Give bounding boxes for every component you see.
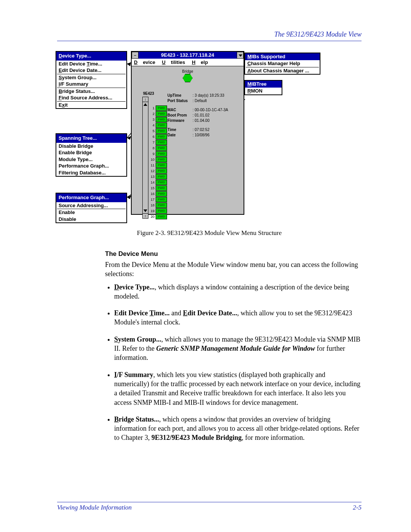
port-row[interactable]: 15FWD	[150, 185, 167, 191]
bridge-hex-icon[interactable]	[183, 74, 193, 82]
mibs-supported-header[interactable]: MIBs Supported	[245, 53, 320, 60]
port-number: 20	[150, 215, 155, 219]
port-row[interactable]: 3FWD	[150, 117, 167, 122]
page-header: The 9E312/9E423 Module View	[57, 30, 362, 41]
date-label: Date	[167, 133, 191, 138]
port-fwd-indicator[interactable]: FWD	[156, 123, 167, 128]
device-type-menu[interactable]: Device Type... Edit Device Time... Edit …	[56, 51, 127, 117]
edit-device-time-item[interactable]: Edit Device Time...	[56, 61, 126, 67]
firmware-label: Firmware	[167, 118, 191, 123]
menubar-utilities[interactable]: Utilities	[162, 59, 185, 65]
port-row[interactable]: 13FWD	[150, 174, 167, 179]
port-row[interactable]: 18FWD	[150, 202, 167, 208]
port-fwd-indicator[interactable]: FWD	[156, 214, 167, 219]
port-row[interactable]: 16FWD	[150, 191, 167, 197]
bullet-edit-time-date: Edit Device Time... and Edit Device Date…	[114, 308, 362, 327]
port-fwd-indicator[interactable]: FWD	[156, 157, 167, 162]
time-label: Time	[167, 127, 191, 133]
disable-bridge-item[interactable]: Disable Bridge	[56, 143, 126, 150]
port-row[interactable]: 1FWD	[150, 105, 167, 111]
bridge-status-item[interactable]: Bridge Status...	[56, 88, 126, 95]
port-scrollbar[interactable]: ↕ ↕	[142, 97, 148, 219]
performance-graph-menu[interactable]: Performance Graph... Source Addressing..…	[56, 193, 127, 231]
filtering-database-item[interactable]: Filtering Database...	[56, 169, 126, 176]
source-addressing-item[interactable]: Source Addressing...	[56, 202, 126, 209]
port-fwd-indicator[interactable]: FWD	[156, 145, 167, 151]
port-number: 6	[150, 135, 155, 139]
port-number: 12	[150, 169, 155, 173]
port-fwd-indicator[interactable]: FWD	[156, 185, 167, 191]
port-fwd-indicator[interactable]: FWD	[156, 134, 167, 139]
port-row[interactable]: 11FWD	[150, 162, 167, 168]
port-row[interactable]: 12FWD	[150, 168, 167, 174]
port-row[interactable]: 6FWD	[150, 134, 167, 139]
spanning-tree-menu[interactable]: Spanning Tree... Disable Bridge Enable B…	[56, 133, 127, 184]
port-fwd-indicator[interactable]: FWD	[156, 117, 167, 122]
module-window-title: 9E423 - 132.177.118.24	[161, 52, 214, 58]
port-fwd-indicator[interactable]: FWD	[156, 208, 167, 214]
mibtree-header[interactable]: MIBTree	[245, 81, 282, 88]
port-number: 4	[150, 123, 155, 127]
port-fwd-indicator[interactable]: FWD	[156, 180, 167, 185]
if-summary-item[interactable]: I/F Summary	[56, 81, 126, 88]
enable-bridge-item[interactable]: Enable Bridge	[56, 149, 126, 156]
port-row[interactable]: 19FWD	[150, 208, 167, 214]
port-fwd-indicator[interactable]: FWD	[156, 163, 167, 168]
scroll-down-icon[interactable]: ↕	[143, 213, 148, 218]
menubar-help[interactable]: Help	[192, 59, 208, 65]
port-row[interactable]: 2FWD	[150, 111, 167, 117]
port-fwd-indicator[interactable]: FWD	[156, 168, 167, 174]
port-fwd-indicator[interactable]: FWD	[156, 128, 167, 134]
port-fwd-indicator[interactable]: FWD	[156, 197, 167, 202]
bridge-label: Bridge	[182, 69, 193, 73]
port-row[interactable]: 5FWD	[150, 128, 167, 134]
port-number: 18	[150, 203, 155, 207]
port-number: 8	[150, 146, 155, 150]
module-window-menubar[interactable]: Device Utilities Help	[132, 59, 244, 66]
port-fwd-indicator[interactable]: FWD	[156, 111, 167, 117]
device-type-header[interactable]: Device Type...	[56, 52, 126, 61]
performance-graph-item[interactable]: Performance Graph...	[56, 163, 126, 169]
scroll-tri-down-icon[interactable]	[143, 208, 148, 213]
help-submenu[interactable]: MIBs Supported Chassis Manager Help Abou…	[244, 53, 320, 75]
edit-device-date-item[interactable]: Edit Device Date...	[56, 67, 126, 74]
find-source-address-item[interactable]: Find Source Address...	[56, 94, 126, 101]
system-group-item[interactable]: System Group...	[56, 74, 126, 81]
exit-item[interactable]: Exit	[56, 102, 126, 109]
minimize-icon[interactable]	[237, 52, 244, 59]
bullet-device-type: Device Type..., which displays a window …	[114, 283, 362, 301]
port-row[interactable]: 7FWD	[150, 139, 167, 145]
port-list: 1FWD2FWD3FWD4FWD5FWD6FWD7FWD8FWD9FWD10FW…	[150, 105, 167, 219]
port-row[interactable]: 17FWD	[150, 197, 167, 202]
module-view-window[interactable]: 9E423 - 132.177.118.24 Device Utilities …	[131, 51, 244, 215]
port-fwd-indicator[interactable]: FWD	[156, 105, 167, 111]
port-row[interactable]: 4FWD	[150, 122, 167, 128]
enable-item[interactable]: Enable	[56, 209, 126, 216]
utilities-submenu[interactable]: MIBTree RMON	[244, 80, 282, 95]
port-number: 3	[150, 118, 155, 121]
port-row[interactable]: 20FWD	[150, 214, 167, 219]
port-fwd-indicator[interactable]: FWD	[156, 191, 167, 197]
port-status-value: : Default	[193, 98, 207, 104]
scroll-tri-up-icon[interactable]	[143, 102, 148, 107]
rmon-item[interactable]: RMON	[245, 88, 282, 94]
port-row[interactable]: 9FWD	[150, 151, 167, 157]
port-fwd-indicator[interactable]: FWD	[156, 140, 167, 145]
system-menu-icon[interactable]	[132, 52, 139, 59]
device-menu-heading: The Device Menu	[105, 250, 362, 259]
module-type-item[interactable]: Module Type...	[56, 156, 126, 163]
spanning-tree-header[interactable]: Spanning Tree...	[56, 134, 126, 143]
chassis-manager-help-item[interactable]: Chassis Manager Help	[245, 60, 320, 67]
port-fwd-indicator[interactable]: FWD	[156, 151, 167, 157]
port-row[interactable]: 10FWD	[150, 157, 167, 162]
port-row[interactable]: 14FWD	[150, 179, 167, 185]
port-row[interactable]: 8FWD	[150, 145, 167, 151]
port-fwd-indicator[interactable]: FWD	[156, 203, 167, 208]
perf-graph-header[interactable]: Performance Graph...	[56, 193, 126, 202]
scroll-up-icon[interactable]: ↕	[143, 97, 148, 102]
disable-item[interactable]: Disable	[56, 216, 126, 223]
module-window-titlebar[interactable]: 9E423 - 132.177.118.24	[132, 52, 244, 59]
menubar-device[interactable]: Device	[134, 59, 155, 65]
about-chassis-manager-item[interactable]: About Chassis Manager ...	[245, 67, 320, 74]
port-fwd-indicator[interactable]: FWD	[156, 174, 167, 179]
